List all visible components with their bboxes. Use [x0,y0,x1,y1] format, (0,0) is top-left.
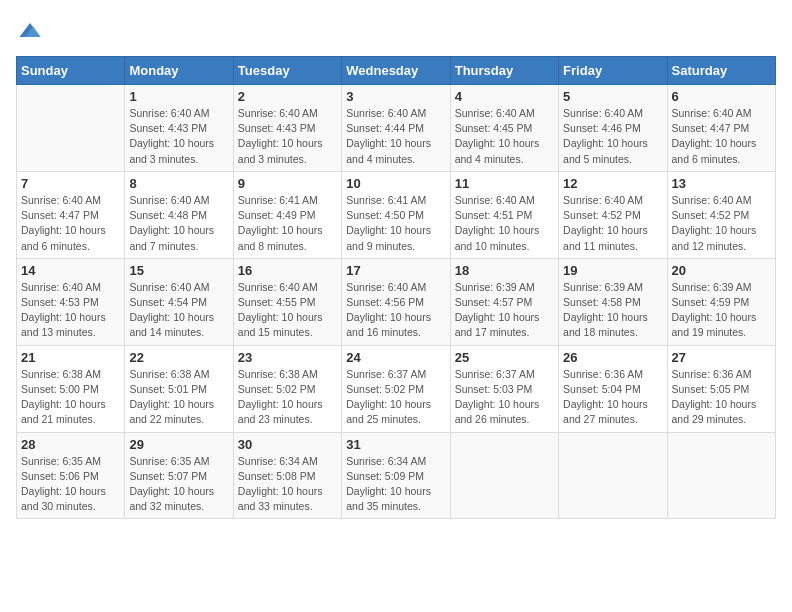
day-number: 14 [21,263,120,278]
day-info: Sunrise: 6:40 AMSunset: 4:56 PMDaylight:… [346,280,445,341]
day-number: 3 [346,89,445,104]
calendar-cell: 1Sunrise: 6:40 AMSunset: 4:43 PMDaylight… [125,85,233,172]
calendar-cell: 10Sunrise: 6:41 AMSunset: 4:50 PMDayligh… [342,171,450,258]
day-number: 25 [455,350,554,365]
calendar-cell: 31Sunrise: 6:34 AMSunset: 5:09 PMDayligh… [342,432,450,519]
day-number: 18 [455,263,554,278]
calendar-cell: 24Sunrise: 6:37 AMSunset: 5:02 PMDayligh… [342,345,450,432]
day-info: Sunrise: 6:38 AMSunset: 5:02 PMDaylight:… [238,367,337,428]
day-info: Sunrise: 6:39 AMSunset: 4:57 PMDaylight:… [455,280,554,341]
day-info: Sunrise: 6:40 AMSunset: 4:54 PMDaylight:… [129,280,228,341]
calendar-cell: 22Sunrise: 6:38 AMSunset: 5:01 PMDayligh… [125,345,233,432]
day-info: Sunrise: 6:34 AMSunset: 5:08 PMDaylight:… [238,454,337,515]
calendar-cell: 18Sunrise: 6:39 AMSunset: 4:57 PMDayligh… [450,258,558,345]
day-number: 19 [563,263,662,278]
calendar-cell: 23Sunrise: 6:38 AMSunset: 5:02 PMDayligh… [233,345,341,432]
day-number: 26 [563,350,662,365]
calendar-cell: 2Sunrise: 6:40 AMSunset: 4:43 PMDaylight… [233,85,341,172]
day-info: Sunrise: 6:40 AMSunset: 4:53 PMDaylight:… [21,280,120,341]
day-number: 20 [672,263,771,278]
day-info: Sunrise: 6:40 AMSunset: 4:43 PMDaylight:… [238,106,337,167]
calendar-cell [17,85,125,172]
day-info: Sunrise: 6:40 AMSunset: 4:55 PMDaylight:… [238,280,337,341]
calendar-cell [450,432,558,519]
calendar-cell: 26Sunrise: 6:36 AMSunset: 5:04 PMDayligh… [559,345,667,432]
calendar-cell: 20Sunrise: 6:39 AMSunset: 4:59 PMDayligh… [667,258,775,345]
calendar-cell: 7Sunrise: 6:40 AMSunset: 4:47 PMDaylight… [17,171,125,258]
day-info: Sunrise: 6:35 AMSunset: 5:06 PMDaylight:… [21,454,120,515]
day-info: Sunrise: 6:40 AMSunset: 4:46 PMDaylight:… [563,106,662,167]
day-number: 4 [455,89,554,104]
day-number: 21 [21,350,120,365]
day-number: 28 [21,437,120,452]
calendar-cell: 4Sunrise: 6:40 AMSunset: 4:45 PMDaylight… [450,85,558,172]
day-info: Sunrise: 6:34 AMSunset: 5:09 PMDaylight:… [346,454,445,515]
calendar-header-saturday: Saturday [667,57,775,85]
day-number: 22 [129,350,228,365]
logo-icon [16,16,44,44]
day-number: 30 [238,437,337,452]
calendar-cell: 30Sunrise: 6:34 AMSunset: 5:08 PMDayligh… [233,432,341,519]
day-info: Sunrise: 6:40 AMSunset: 4:47 PMDaylight:… [672,106,771,167]
calendar-week-row: 7Sunrise: 6:40 AMSunset: 4:47 PMDaylight… [17,171,776,258]
calendar-cell: 12Sunrise: 6:40 AMSunset: 4:52 PMDayligh… [559,171,667,258]
day-number: 10 [346,176,445,191]
day-info: Sunrise: 6:39 AMSunset: 4:58 PMDaylight:… [563,280,662,341]
calendar-cell [667,432,775,519]
calendar-cell: 25Sunrise: 6:37 AMSunset: 5:03 PMDayligh… [450,345,558,432]
calendar-cell [559,432,667,519]
calendar-table: SundayMondayTuesdayWednesdayThursdayFrid… [16,56,776,519]
calendar-week-row: 1Sunrise: 6:40 AMSunset: 4:43 PMDaylight… [17,85,776,172]
day-info: Sunrise: 6:40 AMSunset: 4:44 PMDaylight:… [346,106,445,167]
calendar-week-row: 28Sunrise: 6:35 AMSunset: 5:06 PMDayligh… [17,432,776,519]
calendar-header-tuesday: Tuesday [233,57,341,85]
calendar-header-friday: Friday [559,57,667,85]
day-info: Sunrise: 6:40 AMSunset: 4:51 PMDaylight:… [455,193,554,254]
day-info: Sunrise: 6:37 AMSunset: 5:03 PMDaylight:… [455,367,554,428]
day-info: Sunrise: 6:35 AMSunset: 5:07 PMDaylight:… [129,454,228,515]
day-info: Sunrise: 6:40 AMSunset: 4:48 PMDaylight:… [129,193,228,254]
day-number: 9 [238,176,337,191]
day-number: 12 [563,176,662,191]
calendar-cell: 11Sunrise: 6:40 AMSunset: 4:51 PMDayligh… [450,171,558,258]
day-info: Sunrise: 6:40 AMSunset: 4:43 PMDaylight:… [129,106,228,167]
calendar-cell: 8Sunrise: 6:40 AMSunset: 4:48 PMDaylight… [125,171,233,258]
day-number: 24 [346,350,445,365]
calendar-header-thursday: Thursday [450,57,558,85]
day-number: 31 [346,437,445,452]
calendar-cell: 5Sunrise: 6:40 AMSunset: 4:46 PMDaylight… [559,85,667,172]
calendar-cell: 3Sunrise: 6:40 AMSunset: 4:44 PMDaylight… [342,85,450,172]
calendar-cell: 15Sunrise: 6:40 AMSunset: 4:54 PMDayligh… [125,258,233,345]
day-number: 13 [672,176,771,191]
day-info: Sunrise: 6:40 AMSunset: 4:45 PMDaylight:… [455,106,554,167]
day-info: Sunrise: 6:39 AMSunset: 4:59 PMDaylight:… [672,280,771,341]
day-number: 29 [129,437,228,452]
calendar-week-row: 14Sunrise: 6:40 AMSunset: 4:53 PMDayligh… [17,258,776,345]
day-info: Sunrise: 6:36 AMSunset: 5:05 PMDaylight:… [672,367,771,428]
day-number: 5 [563,89,662,104]
day-number: 27 [672,350,771,365]
logo [16,16,48,44]
day-number: 8 [129,176,228,191]
calendar-cell: 21Sunrise: 6:38 AMSunset: 5:00 PMDayligh… [17,345,125,432]
day-info: Sunrise: 6:38 AMSunset: 5:00 PMDaylight:… [21,367,120,428]
day-info: Sunrise: 6:41 AMSunset: 4:49 PMDaylight:… [238,193,337,254]
day-number: 6 [672,89,771,104]
calendar-header-monday: Monday [125,57,233,85]
day-number: 7 [21,176,120,191]
calendar-week-row: 21Sunrise: 6:38 AMSunset: 5:00 PMDayligh… [17,345,776,432]
page-header [16,16,776,44]
day-info: Sunrise: 6:41 AMSunset: 4:50 PMDaylight:… [346,193,445,254]
calendar-cell: 16Sunrise: 6:40 AMSunset: 4:55 PMDayligh… [233,258,341,345]
calendar-header-sunday: Sunday [17,57,125,85]
calendar-cell: 13Sunrise: 6:40 AMSunset: 4:52 PMDayligh… [667,171,775,258]
calendar-cell: 19Sunrise: 6:39 AMSunset: 4:58 PMDayligh… [559,258,667,345]
day-number: 2 [238,89,337,104]
calendar-cell: 28Sunrise: 6:35 AMSunset: 5:06 PMDayligh… [17,432,125,519]
day-info: Sunrise: 6:38 AMSunset: 5:01 PMDaylight:… [129,367,228,428]
calendar-header-wednesday: Wednesday [342,57,450,85]
calendar-cell: 29Sunrise: 6:35 AMSunset: 5:07 PMDayligh… [125,432,233,519]
day-number: 16 [238,263,337,278]
day-info: Sunrise: 6:36 AMSunset: 5:04 PMDaylight:… [563,367,662,428]
day-number: 1 [129,89,228,104]
